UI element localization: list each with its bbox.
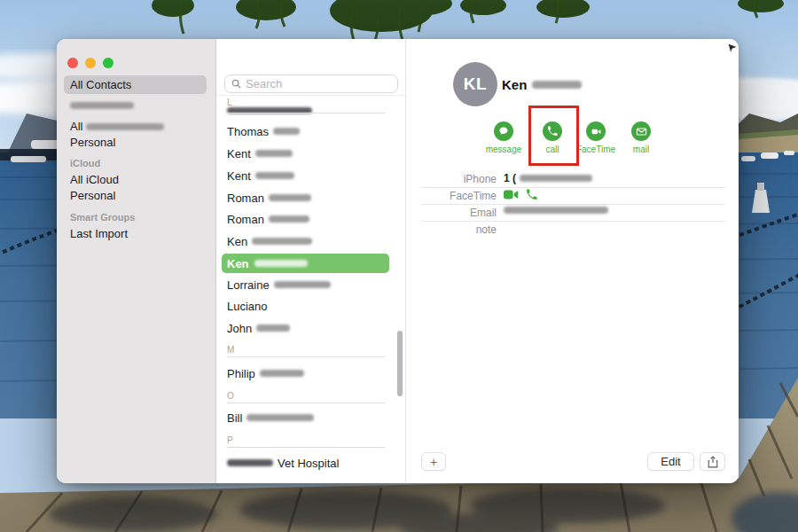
facetime-icon <box>591 126 602 137</box>
email-field-value[interactable] <box>504 207 608 214</box>
sidebar-item-all-contacts[interactable]: All Contacts <box>64 75 207 94</box>
divider <box>216 95 405 96</box>
contact-detail-panel: KL Ken message call <box>406 39 739 483</box>
section-letter-p: P <box>227 435 233 445</box>
list-item-clipped[interactable] <box>227 101 312 119</box>
list-item-bill[interactable]: Bill <box>227 409 314 426</box>
redacted-text <box>273 128 300 135</box>
minimize-window-button[interactable] <box>85 58 96 68</box>
close-window-button[interactable] <box>67 58 78 68</box>
redacted-text <box>246 414 314 421</box>
list-item-roman-1[interactable]: Roman <box>227 189 311 207</box>
sidebar-item-personal[interactable]: Personal <box>64 135 115 151</box>
redacted-text <box>532 81 582 89</box>
facetime-field-value <box>504 189 537 200</box>
sidebar-item-redacted-group[interactable] <box>64 98 134 113</box>
divider <box>421 204 725 205</box>
redacted-text <box>256 325 290 332</box>
divider <box>421 221 725 222</box>
sidebar-section-smart-groups: Smart Groups <box>64 211 135 223</box>
mail-icon <box>636 126 647 137</box>
redacted-text <box>520 175 592 182</box>
mail-button[interactable]: mail <box>614 121 668 154</box>
list-item-thomas[interactable]: Thomas <box>227 122 300 140</box>
call-highlight-box <box>528 106 579 166</box>
contacts-window: All Contacts All Personal iCloud All iCl… <box>57 39 739 483</box>
divider <box>227 403 385 403</box>
sidebar-item-all-group[interactable]: All <box>64 119 164 135</box>
mouse-cursor <box>727 43 739 55</box>
redacted-text <box>86 123 164 130</box>
list-item-john[interactable]: John <box>227 319 290 337</box>
desktop: All Contacts All Personal iCloud All iCl… <box>0 0 798 532</box>
divider <box>421 187 725 188</box>
facetime-field-label: FaceTime <box>406 190 497 202</box>
sidebar-item-last-import[interactable]: Last Import <box>64 226 128 242</box>
divider <box>227 447 385 448</box>
list-item-vet-hospital[interactable]: Vet Hospital <box>227 454 339 472</box>
phone-field-label: iPhone <box>406 173 497 185</box>
redacted-text <box>70 102 134 109</box>
search-icon <box>231 79 241 89</box>
section-letter-o: O <box>227 391 234 401</box>
facetime-video-icon[interactable] <box>504 189 519 200</box>
sidebar-item-all-icloud[interactable]: All iCloud <box>64 172 119 188</box>
list-item-lorraine[interactable]: Lorraine <box>227 276 331 293</box>
redacted-text <box>252 238 312 245</box>
contact-name: Ken <box>502 77 582 92</box>
list-item-kent-1[interactable]: Kent <box>227 145 293 162</box>
sidebar-item-label: All <box>70 119 82 135</box>
list-item-ken-1[interactable]: Ken <box>227 232 312 250</box>
redacted-text <box>255 172 294 179</box>
fullscreen-window-button[interactable] <box>103 58 113 68</box>
redacted-text <box>260 370 304 377</box>
contact-list-column: Search L Thomas Kent Kent Roman Roman Ke… <box>216 39 406 483</box>
redacted-text <box>269 215 309 223</box>
facetime-audio-icon[interactable] <box>526 189 537 200</box>
plus-icon: + <box>430 455 437 469</box>
message-button[interactable]: message <box>477 121 530 154</box>
list-scrollbar[interactable] <box>397 331 403 396</box>
window-controls <box>67 58 113 68</box>
note-field-label: note <box>406 223 497 236</box>
redacted-text <box>254 260 308 267</box>
sidebar: All Contacts All Personal iCloud All iCl… <box>57 39 216 483</box>
redacted-text <box>274 281 331 288</box>
share-icon <box>708 456 718 468</box>
avatar: KL <box>453 62 497 106</box>
redacted-text <box>227 459 273 466</box>
redacted-text <box>255 150 293 157</box>
redacted-text <box>504 207 608 214</box>
section-letter-m: M <box>227 345 234 355</box>
list-item-ken-selected[interactable]: Ken <box>222 254 389 273</box>
email-field-label: Email <box>406 207 497 219</box>
list-item-philip[interactable]: Philip <box>227 364 304 382</box>
share-button[interactable] <box>700 452 725 471</box>
sidebar-item-personal-icloud[interactable]: Personal <box>64 188 115 204</box>
phone-field-value[interactable]: 1 ( <box>504 172 592 184</box>
sidebar-section-icloud: iCloud <box>64 157 100 169</box>
divider <box>227 356 385 357</box>
list-item-kent-2[interactable]: Kent <box>227 167 294 184</box>
list-item-roman-2[interactable]: Roman <box>227 210 309 228</box>
message-icon <box>498 126 509 137</box>
divider <box>227 113 385 113</box>
list-item-luciano[interactable]: Luciano <box>227 297 268 315</box>
redacted-text <box>269 194 311 201</box>
edit-button[interactable]: Edit <box>647 452 694 471</box>
search-placeholder: Search <box>246 77 282 90</box>
search-input[interactable]: Search <box>224 74 398 93</box>
add-contact-button[interactable]: + <box>421 452 446 471</box>
